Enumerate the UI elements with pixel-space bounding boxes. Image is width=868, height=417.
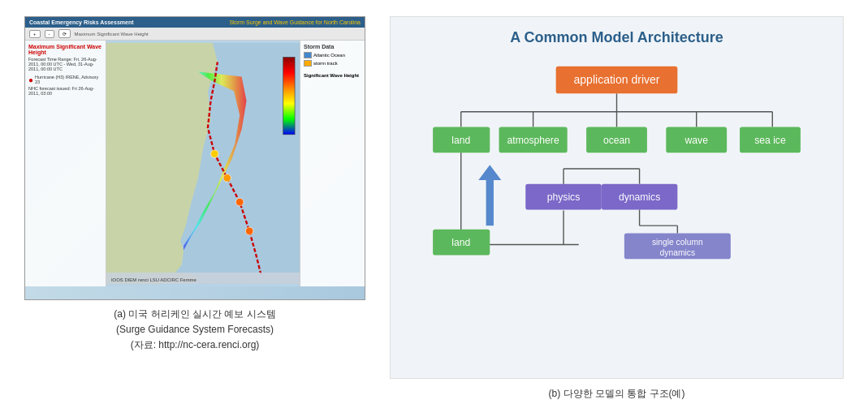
- right-caption: (b) 다양한 모델의 통합 구조(예): [549, 387, 685, 401]
- map-container: Coastal Emergency Risks Assessment Storm…: [24, 16, 365, 300]
- right-panel: A Common Model Architecture application …: [390, 16, 844, 401]
- svg-text:ocean: ocean: [603, 135, 630, 146]
- map-info-panel: Maximum Significant Wave Height Forecast…: [25, 41, 106, 286]
- caption-line-1: (a) 미국 허리케인 실시간 예보 시스템: [114, 307, 275, 322]
- svg-text:wave: wave: [684, 135, 709, 146]
- svg-marker-28: [478, 165, 501, 180]
- nhc-forecast: NHC forecast issued: Fri 26-Aug-2011, 03…: [28, 86, 102, 96]
- caption-line-2: (Surge Guidance System Forecasts): [114, 322, 275, 337]
- wave-height-section: Significant Wave Height: [304, 73, 361, 78]
- map-subtitle-right: Storm Surge and Wave Guidance for North …: [229, 19, 361, 25]
- main-map-area: IOOS DIEM renci LSU ADCIRC Femme: [106, 41, 300, 286]
- map-toolbar: + - ⟳ Maximum Significant Wave Height: [25, 28, 365, 41]
- svg-text:atmosphere: atmosphere: [507, 135, 559, 146]
- hurricane-label: Hurricane (H3) IRENE, Advisory 23: [35, 75, 102, 84]
- map-info-forecast: Maximum Significant Wave Height: [75, 32, 149, 37]
- map-title: Coastal Emergency Risks Assessment: [29, 19, 134, 25]
- map-info-title: Maximum Significant Wave Height: [28, 44, 102, 55]
- map-svg: IOOS DIEM renci LSU ADCIRC Femme: [106, 41, 300, 286]
- left-panel: Coastal Emergency Risks Assessment Storm…: [24, 16, 365, 401]
- svg-text:dynamics: dynamics: [619, 191, 660, 203]
- svg-text:single column: single column: [652, 238, 703, 247]
- caption-line-3: (자료: http://nc-cera.renci.org): [114, 337, 275, 353]
- main-container: Coastal Emergency Risks Assessment Storm…: [0, 0, 868, 417]
- pan-button[interactable]: ⟳: [58, 29, 71, 38]
- legend-title: Storm Data: [304, 44, 361, 49]
- svg-rect-27: [486, 180, 494, 226]
- map-content-area: Maximum Significant Wave Height Forecast…: [25, 41, 365, 286]
- svg-point-2: [235, 198, 244, 206]
- map-legend: Storm Data Atlantic Ocean storm track Si…: [300, 41, 365, 286]
- svg-text:IOOS DIEM renci LSU ADCIRC Fem: IOOS DIEM renci LSU ADCIRC Femme: [111, 277, 197, 282]
- zoom-out-button[interactable]: -: [45, 30, 54, 38]
- legend-color-ocean: [304, 52, 312, 58]
- svg-text:sea ice: sea ice: [754, 135, 786, 146]
- legend-color-track: [304, 60, 312, 67]
- forecast-range: Forecast Time Range: Fri, 26-Aug-2011, 0…: [28, 57, 102, 71]
- svg-point-4: [211, 150, 219, 158]
- left-caption: (a) 미국 허리케인 실시간 예보 시스템 (Surge Guidance S…: [114, 307, 275, 354]
- svg-text:land: land: [451, 237, 470, 248]
- legend-label-ocean: Atlantic Ocean: [313, 53, 345, 58]
- svg-text:application driver: application driver: [574, 73, 660, 86]
- zoom-in-button[interactable]: +: [29, 30, 41, 38]
- map-background: Coastal Emergency Risks Assessment Storm…: [25, 17, 365, 299]
- svg-text:dynamics: dynamics: [660, 248, 695, 257]
- diagram-title: A Common Model Architecture: [403, 29, 831, 46]
- svg-rect-5: [283, 58, 295, 135]
- svg-text:land: land: [451, 135, 470, 146]
- legend-label-track: storm track: [313, 61, 338, 66]
- svg-text:physics: physics: [547, 191, 581, 203]
- diagram-container: A Common Model Architecture application …: [390, 16, 844, 379]
- svg-point-3: [223, 174, 231, 183]
- legend-item-ocean: Atlantic Ocean: [304, 52, 361, 58]
- legend-item-track: storm track: [304, 60, 361, 67]
- svg-point-1: [245, 227, 253, 235]
- hurricane-marker: ● Hurricane (H3) IRENE, Advisory 23: [28, 75, 102, 84]
- right-caption-text: (b) 다양한 모델의 통합 구조(예): [549, 388, 685, 399]
- architecture-svg: application driver land: [403, 62, 831, 298]
- map-header: Coastal Emergency Risks Assessment Storm…: [25, 17, 365, 28]
